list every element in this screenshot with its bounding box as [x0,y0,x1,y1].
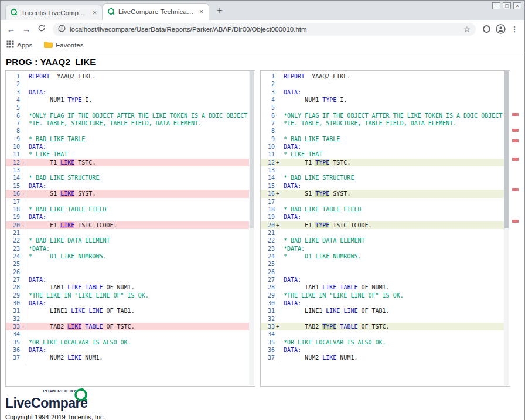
tab-livecompare-technical-analysis[interactable]: LiveCompare Technical Analysis × [103,3,209,20]
code-line: 17 [261,198,504,206]
code-text: DATA: [26,299,249,307]
diff-marker [275,88,281,96]
diff-marker [20,135,26,143]
code-line: 19DATA: [6,213,249,221]
code-line: 25 [261,260,504,268]
bookmark-apps[interactable]: Apps [6,40,32,49]
code-line: 31 LINE1 LIKE LINE OF TAB1. [6,307,249,315]
diff-marker [275,245,281,252]
code-line: 11* LIKE THAT [6,151,249,158]
diff-marker [20,80,26,88]
code-line: 28 TAB1 LIKE TABLE OF NUM1. [6,284,249,291]
line-number: 17 [261,198,275,206]
brand-name: LiveCompare [5,395,87,411]
diff-change-mark [512,220,519,223]
address-bar[interactable]: localhost/livecompare/UserData/Reports/P… [53,23,476,36]
diff-marker [275,260,281,268]
forward-icon[interactable]: → [19,24,33,34]
diff-marker [20,354,26,361]
line-number: 28 [261,284,275,291]
diff-marker [275,315,281,323]
code-lines-right: 1REPORT YAAQ2_LIKE.23DATA:4 NUM1 TYPE I.… [261,73,504,386]
code-line: 12+ T1 TYPE TSTC. [261,159,504,166]
diff-marker [275,182,281,190]
line-number: 5 [261,104,275,111]
close-tab-icon[interactable]: × [91,9,98,16]
code-line: 22* BAD LIKE DATA ELEMENT [6,237,249,244]
extension-icon[interactable] [480,25,493,33]
powered-by-label: POWERED BY [43,388,76,394]
tab-tricentis-livecompare[interactable]: Tricentis LiveCompare × [5,5,103,20]
code-text: *THE LIKE IN "LIKE LINE OF" IS OK. [281,292,504,299]
code-text [26,166,249,174]
scrollbar-thumb[interactable] [504,71,509,228]
code-text: NUM2 LIKE NUM1. [26,354,249,361]
diff-marker [20,315,26,323]
diff-marker [275,237,281,244]
code-line: 22* BAD LIKE DATA ELEMENT [261,237,504,244]
scrollbar-thumb[interactable] [250,71,254,228]
back-icon[interactable]: ← [4,24,18,34]
line-number: 12 [6,159,20,166]
code-text: DATA: [281,213,504,221]
diff-marker [275,174,281,182]
code-line: 32 [261,315,504,323]
code-line: 8 [261,127,504,135]
refresh-icon[interactable] [35,24,49,34]
diff-overview-ruler[interactable] [512,70,519,387]
code-text: * D1 LIKE NUMROWS. [281,252,504,260]
code-text [26,80,249,88]
line-number: 33 [261,323,275,330]
diff-change-mark [512,139,519,142]
code-text: TAB2 LIKE TABLE OF TSTC. [26,323,249,330]
line-number: 25 [6,260,20,268]
diff-marker [20,119,26,127]
code-line: 23*DATA: [261,245,504,252]
diff-marker [275,354,281,361]
profile-avatar-icon[interactable] [494,24,507,34]
diff-marker [20,330,26,338]
code-text: DATA: [281,143,504,151]
close-tab-icon[interactable]: × [198,8,204,15]
url-text[interactable]: localhost/livecompare/UserData/Reports/P… [70,26,459,33]
page-title: PROG : YAAQ2_LIKE [6,57,524,67]
line-number: 14 [6,174,20,182]
line-number: 13 [6,166,20,174]
code-text: * BAD LIKE STRUCTURE [281,174,504,182]
folder-icon [44,41,53,49]
left-pane-scrollbar[interactable] [249,71,254,385]
code-line: 5 [6,104,249,111]
report-page: PROG : YAAQ2_LIKE 1REPORT YAAQ2_LIKE.23D… [1,57,524,420]
diff-marker [20,237,26,244]
code-line: 3DATA: [261,88,504,96]
maximize-button[interactable]: □ [503,2,511,9]
diff-marker [20,198,26,206]
diff-marker: - [20,221,26,229]
browser-window: Tricentis LiveCompare × LiveCompare Tech… [0,0,525,420]
code-text: DATA: [26,276,249,284]
line-number: 4 [6,96,20,104]
browser-menu-icon[interactable]: ⋮ [508,25,521,33]
diff-marker [20,252,26,260]
right-pane-scrollbar[interactable] [504,71,509,385]
site-info-icon[interactable] [58,24,66,35]
bookmark-star-icon[interactable]: ☆ [463,25,471,33]
minimize-button[interactable]: – [492,2,500,9]
code-text [26,229,249,237]
code-line: 8 [6,127,249,135]
bookmark-label: Apps [17,42,32,49]
line-number: 19 [6,213,20,221]
code-line: 26 [6,268,249,276]
line-number: 24 [261,252,275,260]
diff-marker: + [275,190,281,197]
bookmark-favorites[interactable]: Favorites [44,41,83,49]
code-text: *IE. TABLE, STRUCTURE, TABLE FIELD, DATA… [26,119,249,127]
diff-marker [275,292,281,299]
close-button[interactable]: × [513,2,521,9]
code-text: * LIKE THAT [26,151,249,158]
new-tab-button[interactable]: + [213,5,227,18]
code-text: LINE1 LIKE LINE OF TAB1. [281,307,504,315]
line-number: 29 [261,292,275,299]
line-number: 32 [6,315,20,323]
line-number: 24 [6,252,20,260]
